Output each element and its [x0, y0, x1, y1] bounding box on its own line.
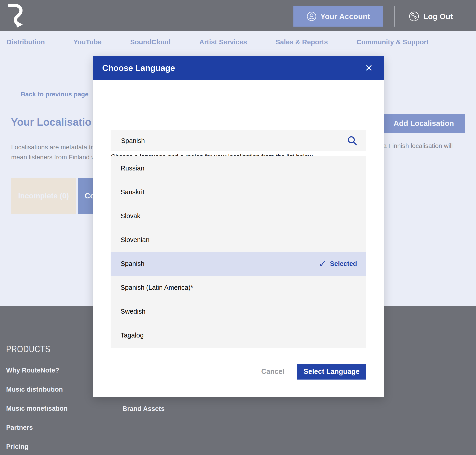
page-title: Your Localisatio: [11, 116, 91, 128]
language-option-slovenian[interactable]: Slovenian: [111, 228, 366, 252]
nav-item-artist-services[interactable]: Artist Services: [199, 38, 247, 46]
language-option-slovak[interactable]: Slovak: [111, 204, 366, 228]
main-nav: DistributionYouTubeSoundCloudArtist Serv…: [0, 31, 476, 53]
top-header: Your Account Log Out: [0, 0, 476, 31]
footer-links-column-1: Why RouteNote?Music distributionMusic mo…: [6, 366, 68, 450]
check-icon: ✓: [319, 259, 326, 268]
language-search-box: [111, 130, 366, 151]
footer-link-music-distribution[interactable]: Music distribution: [6, 385, 68, 393]
select-language-button[interactable]: Select Language: [297, 364, 366, 380]
language-option-spanish[interactable]: Spanish✓Selected: [111, 252, 366, 276]
log-out-label: Log Out: [423, 12, 453, 21]
language-list: RussianSanskritSlovakSlovenianSpanish✓Se…: [111, 156, 366, 348]
choose-language-modal: Choose Language ✕ Choose a language and …: [93, 56, 384, 397]
language-label: Tagalog: [121, 332, 144, 339]
language-label: Slovenian: [121, 236, 150, 244]
language-option-spanish-latin-america[interactable]: Spanish (Latin America)*: [111, 276, 366, 300]
routenote-logo-icon[interactable]: [6, 3, 24, 28]
nav-item-youtube[interactable]: YouTube: [73, 38, 102, 46]
cancel-button[interactable]: Cancel: [261, 367, 284, 376]
footer-link-music-monetisation[interactable]: Music monetisation: [6, 405, 68, 412]
log-out-button[interactable]: Log Out: [409, 6, 453, 27]
language-label: Swedish: [121, 308, 146, 315]
language-search-input[interactable]: [121, 137, 347, 145]
nav-item-community-support[interactable]: Community & Support: [357, 38, 429, 46]
language-label: Spanish: [121, 260, 144, 268]
language-option-sanskrit[interactable]: Sanskrit: [111, 180, 366, 204]
language-label: Sanskrit: [121, 188, 144, 196]
intro-text-right-fragment: a Finnish localisation will: [383, 142, 453, 150]
nav-item-distribution[interactable]: Distribution: [7, 38, 45, 46]
footer-link-brand-assets[interactable]: Brand Assets: [122, 405, 165, 412]
search-icon[interactable]: [347, 135, 357, 146]
language-option-russian[interactable]: Russian: [111, 156, 366, 180]
footer-link-why-routenote[interactable]: Why RouteNote?: [6, 366, 68, 374]
footer-link-pricing[interactable]: Pricing: [6, 443, 68, 450]
footer-link-partners[interactable]: Partners: [6, 424, 68, 431]
your-account-button[interactable]: Your Account: [294, 6, 383, 27]
tab-incomplete[interactable]: Incomplete (0): [11, 178, 76, 214]
user-icon: [307, 11, 317, 21]
language-option-swedish[interactable]: Swedish: [111, 300, 366, 323]
add-localisation-button[interactable]: Add Localisation: [383, 114, 465, 133]
footer-products-heading: PRODUCTS: [6, 344, 50, 355]
modal-title: Choose Language: [102, 63, 175, 73]
language-label: Spanish (Latin America)*: [121, 284, 193, 291]
intro-line-2: mean listeners from Finland w: [11, 152, 96, 162]
modal-actions: Cancel Select Language: [93, 364, 384, 380]
localisations-intro-text: Localisations are metadata tr mean liste…: [11, 142, 96, 162]
nav-item-sales-reports[interactable]: Sales & Reports: [276, 38, 328, 46]
nav-item-soundcloud[interactable]: SoundCloud: [130, 38, 171, 46]
footer-links-column-2: Brand Assets: [122, 405, 165, 413]
modal-header: Choose Language ✕: [93, 56, 384, 80]
key-icon: [409, 11, 419, 22]
selected-badge: ✓Selected: [319, 259, 357, 268]
close-icon[interactable]: ✕: [365, 63, 373, 73]
your-account-label: Your Account: [320, 12, 370, 21]
header-divider: [395, 6, 395, 27]
intro-line-1: Localisations are metadata tr: [11, 142, 96, 152]
language-label: Russian: [121, 164, 144, 172]
language-label: Slovak: [121, 212, 140, 220]
language-option-tagalog[interactable]: Tagalog: [111, 323, 366, 347]
back-to-previous-page-link[interactable]: Back to previous page: [21, 91, 88, 98]
